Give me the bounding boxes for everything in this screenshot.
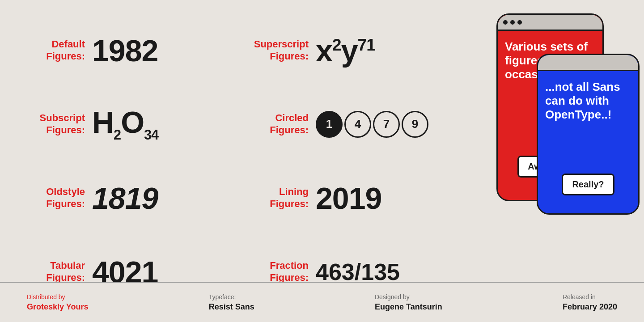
designed-label: Designed by: [375, 293, 442, 301]
typeface-value: Resist Sans: [209, 302, 254, 312]
fraction-figures-item: Fraction Figures: 463/135: [250, 258, 474, 285]
phone-dot-1: [503, 20, 508, 25]
circled-figures-label: Circled Figures:: [250, 112, 309, 136]
oldstyle-figures-item: Oldstyle Figures: 1819: [27, 183, 250, 213]
footer-typeface: Typeface: Resist Sans: [209, 293, 254, 312]
footer-released: Released in February 2020: [563, 293, 617, 312]
subscript-figures-item: Subscript Figures: H2O34: [27, 107, 250, 141]
superscript-figures-item: Superscript Figures: x2y71: [250, 35, 474, 66]
footer-designed: Designed by Eugene Tantsurin: [375, 293, 442, 312]
phone-dot-3: [517, 20, 522, 25]
superscript-figures-label: Superscript Figures:: [250, 38, 309, 62]
phone-red-notch: [498, 15, 602, 31]
default-figures-item: Default Figures: 1982: [27, 35, 250, 66]
footer: Distributed by Groteskly Yours Typeface:…: [0, 282, 644, 322]
lining-figures-label: Lining Figures:: [250, 186, 309, 210]
fraction-figures-label: Fraction Figures:: [250, 260, 309, 284]
distributed-label: Distributed by: [27, 293, 88, 301]
circled-figures-item: Circled Figures: 1 4 7 9: [250, 111, 474, 138]
main-content: Default Figures: 1982 Superscript Figure…: [0, 0, 644, 322]
lining-figures-item: Lining Figures: 2019: [250, 183, 474, 213]
released-label: Released in: [563, 293, 617, 301]
lining-figures-value: 2019: [316, 183, 381, 213]
tabular-figures-label: Tabular Figures:: [27, 260, 85, 284]
default-figures-label: Default Figures:: [27, 38, 85, 62]
subscript-figures-label: Subscript Figures:: [27, 112, 85, 136]
superscript-figures-value: x2y71: [316, 35, 375, 66]
phone-blue-top: [538, 55, 638, 71]
released-value: February 2020: [563, 302, 617, 312]
oldstyle-figures-value: 1819: [92, 183, 158, 213]
phone-blue-text: ...not all Sans can do with OpenType..!: [545, 80, 631, 122]
circle-4: 4: [344, 111, 371, 138]
subscript-figures-value: H2O34: [92, 107, 158, 141]
distributed-value: Groteskly Yours: [27, 302, 88, 312]
phone-section: Various sets of figures for all occasion…: [474, 0, 644, 322]
circle-1: 1: [316, 111, 343, 138]
typeface-label: Typeface:: [209, 293, 254, 301]
phone-dot-2: [510, 20, 515, 25]
phone-blue-content: ...not all Sans can do with OpenType..! …: [538, 71, 638, 213]
footer-distributed: Distributed by Groteskly Yours: [27, 293, 88, 312]
fraction-figures-value: 463/135: [316, 258, 400, 285]
phone-blue: ...not all Sans can do with OpenType..! …: [537, 54, 640, 215]
designed-value: Eugene Tantsurin: [375, 302, 442, 312]
circle-7: 7: [373, 111, 400, 138]
really-button[interactable]: Really?: [562, 174, 614, 195]
figures-section: Default Figures: 1982 Superscript Figure…: [0, 0, 474, 322]
default-figures-value: 1982: [92, 35, 158, 66]
circled-figures-value: 1 4 7 9: [316, 111, 428, 138]
oldstyle-figures-label: Oldstyle Figures:: [27, 186, 85, 210]
circle-9: 9: [402, 111, 428, 138]
